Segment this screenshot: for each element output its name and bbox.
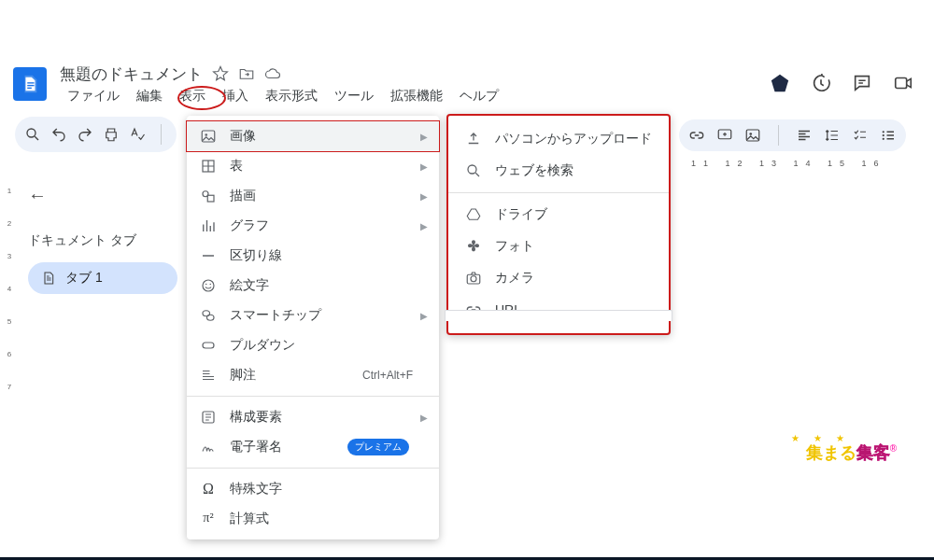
menu-edit[interactable]: 編集 xyxy=(129,87,170,105)
drawing-icon xyxy=(200,188,217,204)
svg-point-16 xyxy=(203,280,214,291)
link-icon[interactable] xyxy=(688,127,705,144)
svg-rect-21 xyxy=(203,343,214,348)
search-icon[interactable] xyxy=(24,126,41,143)
separator xyxy=(778,125,779,146)
emoji-icon xyxy=(200,277,217,294)
move-folder-icon[interactable] xyxy=(238,65,255,82)
menu-file[interactable]: ファイル xyxy=(60,87,127,105)
svg-rect-1 xyxy=(27,85,34,86)
menuitem-esign[interactable]: 電子署名 プレミアム xyxy=(187,432,439,462)
insert-image-icon[interactable] xyxy=(744,127,761,144)
search-icon xyxy=(465,162,482,179)
svg-point-12 xyxy=(205,133,207,136)
svg-point-8 xyxy=(883,131,884,133)
menuitem-chart[interactable]: グラフ▶ xyxy=(187,211,439,241)
menubar: ファイル 編集 表示 挿入 表示形式 ツール 拡張機能 ヘルプ xyxy=(60,87,506,105)
upload-icon xyxy=(465,131,482,147)
blocks-icon xyxy=(200,409,217,426)
signature-icon xyxy=(200,439,217,455)
document-tab[interactable]: タブ 1 xyxy=(28,262,177,294)
line-spacing-icon[interactable] xyxy=(824,127,841,144)
doc-title[interactable]: 無題のドキュメント xyxy=(60,63,203,85)
svg-rect-11 xyxy=(202,131,215,142)
comments-icon[interactable] xyxy=(852,73,872,93)
image-submenu: パソコンからアップロード ウェブを検索 ドライブ フォト カメラ URL xyxy=(446,114,671,335)
submenu-websearch[interactable]: ウェブを検索 xyxy=(448,155,669,187)
watermark-logo: 集まる集客® xyxy=(806,441,897,464)
svg-point-17 xyxy=(205,284,207,286)
menuitem-emoji[interactable]: 絵文字 xyxy=(187,271,439,301)
submenu-upload[interactable]: パソコンからアップロード xyxy=(448,123,669,155)
svg-point-25 xyxy=(471,276,476,282)
premium-badge: プレミアム xyxy=(347,439,409,455)
svg-rect-6 xyxy=(746,130,759,141)
menu-help[interactable]: ヘルプ xyxy=(452,87,506,105)
star-icon[interactable] xyxy=(212,65,229,82)
chevron-right-icon: ▶ xyxy=(420,132,428,142)
svg-point-20 xyxy=(207,315,215,320)
bullet-list-icon[interactable] xyxy=(880,127,897,144)
chart-icon xyxy=(200,217,217,234)
spellcheck-icon[interactable] xyxy=(129,126,146,143)
docs-logo[interactable] xyxy=(13,67,47,101)
align-icon[interactable] xyxy=(796,127,813,144)
meet-icon[interactable] xyxy=(893,73,913,93)
image-icon xyxy=(200,128,217,145)
menuitem-table[interactable]: 表▶ xyxy=(187,151,439,181)
svg-point-10 xyxy=(883,138,884,140)
menu-divider xyxy=(187,468,439,469)
photos-icon xyxy=(465,238,482,255)
shortcut-text: Ctrl+Alt+F xyxy=(362,369,413,382)
menuitem-blocks[interactable]: 構成要素▶ xyxy=(187,402,439,432)
menu-ext[interactable]: 拡張機能 xyxy=(383,87,450,105)
menuitem-image[interactable]: 画像▶ xyxy=(186,120,440,152)
cloud-icon[interactable] xyxy=(264,65,281,82)
submenu-photos[interactable]: フォト xyxy=(448,231,669,262)
menuitem-footnote[interactable]: 脚注 Ctrl+Alt+F xyxy=(187,360,439,390)
submenu-camera[interactable]: カメラ xyxy=(448,262,669,294)
menu-view[interactable]: 表示 xyxy=(172,87,213,105)
svg-point-4 xyxy=(27,129,35,137)
redo-icon[interactable] xyxy=(77,126,93,143)
gemini-icon[interactable] xyxy=(770,73,790,93)
menuitem-specialchar[interactable]: Ω 特殊文字 xyxy=(187,474,439,504)
svg-rect-0 xyxy=(27,82,34,83)
menu-divider xyxy=(448,192,669,193)
tab-doc-icon xyxy=(41,271,56,286)
sidebar-title: ドキュメント タブ xyxy=(28,232,177,249)
camera-icon xyxy=(465,270,482,287)
menuitem-equation[interactable]: π² 計算式 xyxy=(187,504,439,534)
menu-tools[interactable]: ツール xyxy=(327,87,381,105)
footnote-icon xyxy=(200,367,217,384)
omega-icon: Ω xyxy=(200,481,217,497)
page-edge xyxy=(445,310,672,321)
svg-point-18 xyxy=(210,284,212,286)
svg-point-9 xyxy=(883,134,884,136)
back-arrow-icon[interactable]: ← xyxy=(28,185,177,206)
pill-icon xyxy=(200,337,217,354)
menuitem-hr[interactable]: 区切り線 xyxy=(187,241,439,271)
undo-icon[interactable] xyxy=(50,126,67,143)
ruler-vertical: 1234567 xyxy=(0,177,19,557)
svg-point-23 xyxy=(468,165,476,174)
menu-format[interactable]: 表示形式 xyxy=(258,87,325,105)
svg-rect-2 xyxy=(27,88,32,89)
menuitem-dropdown[interactable]: プルダウン xyxy=(187,330,439,360)
submenu-drive[interactable]: ドライブ xyxy=(448,199,669,231)
svg-point-7 xyxy=(749,133,752,135)
print-icon[interactable] xyxy=(103,126,120,143)
menuitem-smartchip[interactable]: スマートチップ▶ xyxy=(187,301,439,330)
pi-icon: π² xyxy=(200,511,217,527)
insert-menu-dropdown: 画像▶ 表▶ 描画▶ グラフ▶ 区切り線 絵文字 スマートチップ▶ プルダウン xyxy=(187,116,439,539)
menuitem-drawing[interactable]: 描画▶ xyxy=(187,181,439,211)
chip-icon xyxy=(200,307,217,324)
checklist-icon[interactable] xyxy=(852,127,869,144)
drive-icon xyxy=(465,206,482,223)
svg-rect-3 xyxy=(896,78,907,89)
history-icon[interactable] xyxy=(811,73,831,93)
add-comment-icon[interactable] xyxy=(716,127,733,144)
separator xyxy=(161,124,162,145)
menu-insert[interactable]: 挿入 xyxy=(215,87,256,105)
tab-label: タブ 1 xyxy=(65,270,103,287)
